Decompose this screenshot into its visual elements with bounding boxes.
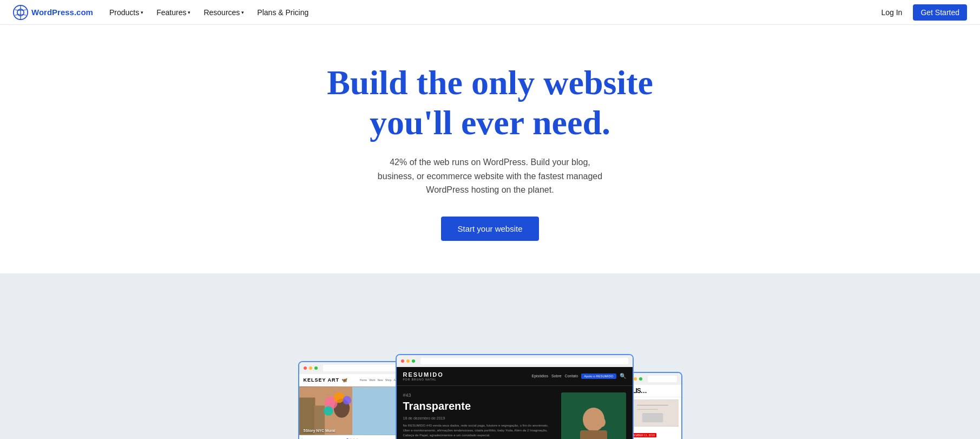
art-hero-image: 5Story NYC Mural [299,386,405,435]
nav-actions: Log In Get Started [874,4,967,21]
get-started-button[interactable]: Get Started [913,4,967,21]
browser-dot-green [314,366,318,370]
browser-dot-yellow [309,366,312,370]
browser-url-bar-c [420,358,628,364]
resumido-header: RESUMIDO POR BRUNO NATAL Episódios Sobre… [397,367,633,386]
resumido-cover-person [561,392,626,439]
browser-dot-green-r [639,377,642,381]
nav-logo-text: WordPress.com [31,8,93,17]
art-site-content: KELSEY ART 🦋 Home Work New Shop About [299,374,405,439]
svg-point-17 [598,417,606,427]
resumido-desc: No RESUMIDO #43 venda seus dados, rede s… [403,423,555,438]
login-button[interactable]: Log In [874,5,909,20]
browser-dot-yellow-r [634,377,637,381]
resumido-nav: Episódios Sobre Contato Apoio o RESUMIDO… [532,373,626,379]
resumido-left-col: #43 Transparente 18 de dezembro de 2019 … [403,392,555,439]
showcase-section: KELSEY ART 🦋 Home Work New Shop About [0,273,980,439]
browser-bar-art [299,362,405,374]
art-site-header: KELSEY ART 🦋 Home Work New Shop About [299,374,405,386]
nav-link-resources[interactable]: Resources ▾ [198,5,249,20]
svg-point-9 [343,396,351,405]
browser-resumido-site: RESUMIDO POR BRUNO NATAL Episódios Sobre… [396,354,634,439]
ala-article-image [627,399,679,427]
svg-point-10 [324,406,333,416]
hero-title: Build the only website you'll ever need. [301,63,680,142]
resumido-date: 18 de dezembro de 2019 [403,416,555,420]
resumido-right-col: RESUMIDO #43 [561,392,626,439]
browser-url-bar [323,365,401,371]
chevron-down-icon: ▾ [188,10,190,15]
resumido-cover-art: RESUMIDO #43 [561,392,626,439]
resumido-title: Transparente [403,400,555,412]
search-icon: 🔍 [620,373,626,379]
resumido-support-button: Apoio o RESUMIDO [581,374,616,379]
browser-bar-resumido [397,355,633,367]
ala-logo: A LIS… [627,387,678,395]
main-nav: WordPress.com Products ▾ Features ▾ Reso… [0,0,980,25]
resumido-logo-area: RESUMIDO POR BRUNO NATAL [403,371,444,381]
browser-art-site: KELSEY ART 🦋 Home Work New Shop About [298,361,406,439]
browser-url-bar-r [648,376,677,382]
resumido-logo-sub: POR BRUNO NATAL [403,378,444,381]
art-logo: KELSEY ART 🦋 [304,377,348,383]
art-hero-nav: ‹ › [299,435,405,439]
browser-frame-art: KELSEY ART 🦋 Home Work New Shop About [298,361,406,439]
svg-rect-21 [642,413,662,422]
browser-dot-yellow-c [406,359,410,363]
nav-logo[interactable]: WordPress.com [13,5,93,20]
art-slider-dots [344,436,360,439]
hero-section: Build the only website you'll ever need.… [0,25,980,273]
browser-dot-red-c [401,359,404,363]
browser-dot-red [304,366,307,370]
nav-link-products[interactable]: Products ▾ [104,5,149,20]
art-hero-label: 5Story NYC Mural [304,429,336,433]
nav-link-features[interactable]: Features ▾ [151,5,196,20]
resumido-body: #43 Transparente 18 de dezembro de 2019 … [397,386,633,439]
art-nav: Home Work New Shop About [360,378,401,382]
chevron-down-icon: ▾ [141,10,143,15]
art-hero-area: 5Story NYC Mural ‹ › [299,386,405,439]
start-website-button[interactable]: Start your website [441,217,538,241]
showcase-inner: KELSEY ART 🦋 Home Work New Shop About [166,354,815,439]
nav-links: Products ▾ Features ▾ Resources ▾ Plans … [104,5,875,20]
resumido-ep-num: #43 [403,392,555,398]
nav-link-plans-pricing[interactable]: Plans & Pricing [252,5,314,20]
resumido-site-content: RESUMIDO POR BRUNO NATAL Episódios Sobre… [397,367,633,439]
chevron-down-icon: ▾ [241,10,244,15]
svg-rect-16 [580,430,607,439]
svg-point-8 [333,392,344,403]
resumido-logo: RESUMIDO [403,371,444,378]
hero-subtitle: 42% of the web runs on WordPress. Build … [371,155,609,197]
browser-frame-resumido: RESUMIDO POR BRUNO NATAL Episódios Sobre… [396,354,634,439]
browser-dot-green-c [412,359,415,363]
